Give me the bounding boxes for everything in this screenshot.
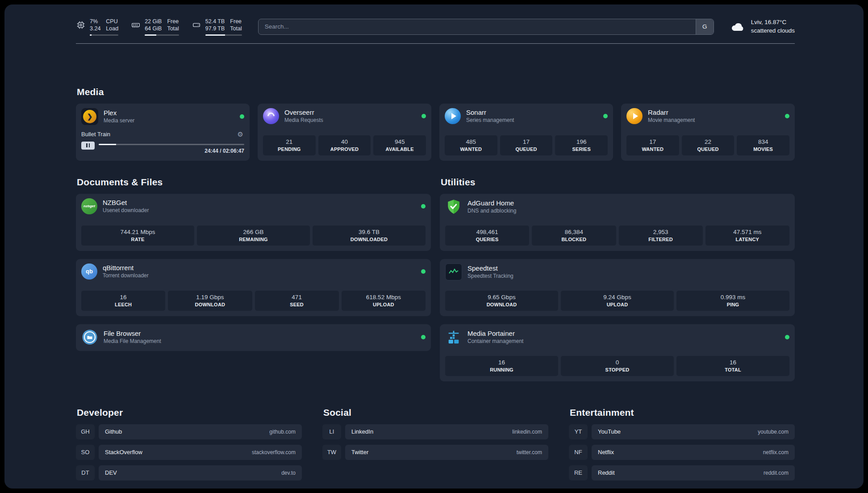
service-name: Media Portainer [467,330,523,337]
memory-free: 22 GiB [145,18,162,25]
service-link-portainer[interactable]: Media Portainer Container management [445,329,789,346]
stats-row: 16 RUNNING 0 STOPPED 16 TOTAL [445,351,789,376]
bookmark-url: github.com [269,429,296,435]
bookmark-twitter[interactable]: TW Twitter twitter.com [322,445,548,460]
search-input[interactable] [259,23,696,30]
service-name: qBittorrent [103,264,149,272]
disk-usage-bar [205,34,242,36]
stat-tile: 9.65 Gbps DOWNLOAD [445,291,558,311]
service-name: Speedtest [467,264,513,272]
cpu-load-label: Load [106,25,118,32]
plex-icon: ❯ [81,108,98,125]
search-provider-button[interactable]: G [696,19,714,34]
cloud-icon [730,21,746,33]
status-dot [421,204,426,209]
playback-time: 24:44 / 02:06:47 [204,148,244,154]
service-link-speedtest[interactable]: Speedtest Speedtest Tracking [445,263,789,280]
portainer-icon [445,329,462,346]
service-description: Movie management [648,117,695,123]
bookmark-abbr: LI [322,424,341,439]
stat-tile: 498,461 QUERIES [445,226,529,246]
service-card-overseerr: Overseerr Media Requests 21 PENDING 40 A… [258,104,431,161]
stat-tile: 2,953 FILTERED [619,226,703,246]
bookmark-abbr: RE [569,465,588,480]
bookmark-group-developer: Developer GH Github github.com SO StackO… [76,407,302,486]
section-title-entertainment: Entertainment [570,407,795,418]
disk-widget: 52.4 TB 97.9 TB Free Total [192,18,242,36]
cpu-percent: 7% [90,18,100,25]
service-description: Usenet downloader [103,207,149,213]
bookmark-github[interactable]: GH Github github.com [76,424,302,439]
section-title-utilities: Utilities [441,177,795,188]
bookmark-url: linkedin.com [512,429,542,435]
sonarr-icon [445,108,461,124]
bookmarks-section: Developer GH Github github.com SO StackO… [76,407,795,486]
dashboard-page: 7% 3.24 CPU Load [4,4,864,489]
stat-tile: 16 LEECH [81,291,165,311]
disk-icon [192,18,201,30]
status-dot [785,114,789,118]
bookmark-group-social: Social LI LinkedIn linkedin.com TW Twitt… [322,407,548,486]
memory-total-label: Total [167,25,179,32]
stat-tile: 40 APPROVED [318,135,371,155]
top-bar: 7% 3.24 CPU Load [76,18,795,36]
bookmark-abbr: SO [76,445,95,460]
service-description: Container management [467,338,523,344]
stat-tile: 0.993 ms PING [676,291,789,311]
service-description: DNS and adblocking [467,208,516,214]
bookmark-reddit[interactable]: RE Reddit reddit.com [569,465,795,480]
now-playing-title: Bullet Train [81,131,237,138]
service-link-plex[interactable]: ❯ Plex Media server [81,108,244,125]
topbar-divider [76,43,795,44]
cpu-label: CPU [106,18,118,25]
service-card-nzbget: nzbget NZBGet Usenet downloader 744.21 M… [76,194,431,251]
stat-tile: 485 WANTED [445,135,497,155]
bookmark-linkedin[interactable]: LI LinkedIn linkedin.com [322,424,548,439]
section-media: Media ❯ Plex Media server Bullet Train ⚙ [76,87,795,161]
cpu-usage-bar [90,34,118,36]
service-link-nzbget[interactable]: nzbget NZBGet Usenet downloader [81,198,426,214]
stat-tile: 0 STOPPED [561,356,674,376]
service-link-adguard[interactable]: AdGuard Home DNS and adblocking [445,198,789,215]
stat-tile: 39.6 TB DOWNLOADED [313,226,426,246]
bookmark-dev[interactable]: DT DEV dev.to [76,465,302,480]
service-description: Media server [104,117,134,124]
memory-free-label: Free [167,18,179,25]
qbittorrent-icon: qb [81,263,97,280]
service-description: Media File Management [104,338,161,344]
stats-row: 21 PENDING 40 APPROVED 945 AVAILABLE [263,130,426,155]
bookmark-url: twitter.com [517,449,542,455]
service-link-radarr[interactable]: Radarr Movie management [626,108,789,124]
service-name: Plex [104,109,134,117]
bookmark-stackoverflow[interactable]: SO StackOverflow stackoverflow.com [76,445,302,460]
stat-tile: 196 SERIES [555,135,608,155]
gear-icon[interactable]: ⚙ [237,130,244,138]
disk-total-label: Total [230,25,242,32]
section-title-media: Media [77,87,795,97]
service-name: AdGuard Home [467,199,516,207]
status-dot [603,114,608,118]
bookmark-name: LinkedIn [351,428,373,435]
service-link-overseerr[interactable]: Overseerr Media Requests [263,108,426,124]
section-title-social: Social [323,407,548,418]
stat-tile: 17 QUEUED [500,135,553,155]
playback-progress-bar[interactable] [99,144,244,145]
service-description: Speedtest Tracking [467,273,513,279]
bookmark-youtube[interactable]: YT YouTube youtube.com [569,424,795,439]
cpu-readout: 7% 3.24 CPU Load [90,18,118,36]
weather-condition: scattered clouds [751,27,795,35]
service-description: Series management [466,117,514,123]
pause-button[interactable] [81,142,95,150]
section-title-developer: Developer [77,407,302,418]
service-link-qbittorrent[interactable]: qb qBittorrent Torrent downloader [81,263,426,280]
bookmark-netflix[interactable]: NF Netflix netflix.com [569,445,795,460]
filebrowser-icon [81,329,98,346]
service-link-filebrowser[interactable]: File Browser Media File Management [81,329,426,346]
memory-usage-bar [145,34,179,36]
disk-total: 97.9 TB [205,25,225,32]
service-link-sonarr[interactable]: Sonarr Series management [445,108,608,124]
bookmark-url: youtube.com [758,429,789,435]
stat-tile: 945 AVAILABLE [373,135,426,155]
stat-tile: 471 SEED [255,291,339,311]
service-description: Media Requests [284,117,323,123]
